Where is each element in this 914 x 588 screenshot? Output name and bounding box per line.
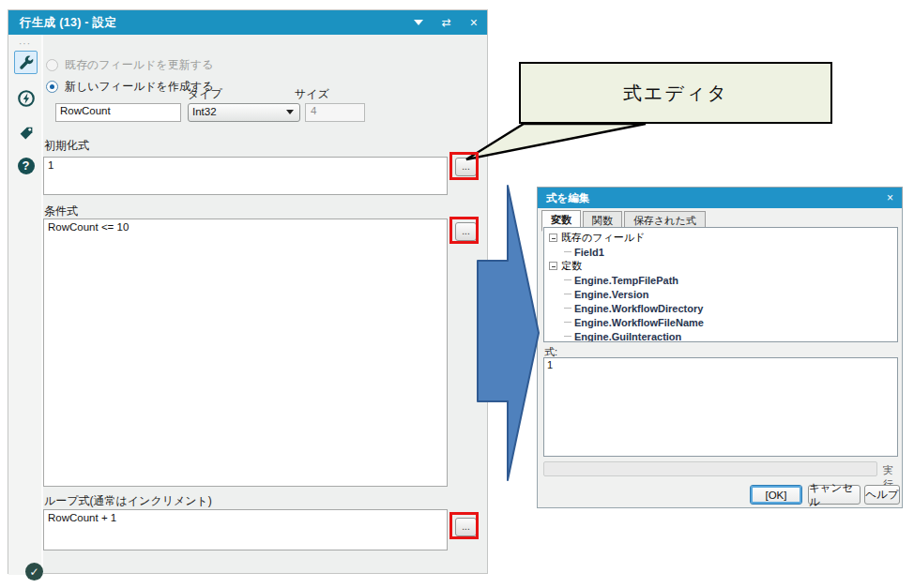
- variables-tree: 既存のフィールド Field1 定数 Engine.TempFilePath E…: [543, 227, 898, 342]
- expression-edit-dialog: 式を編集 × 変数 関数 保存された式 既存のフィールド Field1 定数: [537, 187, 903, 508]
- tree-item-engine-tempfilepath[interactable]: Engine.TempFilePath: [546, 273, 895, 287]
- tree-item-label: Engine.TempFilePath: [574, 275, 678, 286]
- dialog-title: 式を編集: [538, 191, 589, 205]
- tree-item-engine-version[interactable]: Engine.Version: [546, 287, 895, 301]
- tree-item-label: 定数: [561, 259, 582, 273]
- dialog-titlebar: 式を編集 ×: [538, 188, 902, 208]
- cancel-button[interactable]: キャンセル: [808, 485, 861, 505]
- help-button[interactable]: ヘルプ: [864, 485, 900, 505]
- config-panel: 行生成 (13) - 設定 ⇄ × ··· ?: [8, 9, 488, 574]
- grip-icon: ···: [19, 38, 31, 49]
- ok-button[interactable]: [OK]: [750, 485, 802, 505]
- highlight-box-init: [449, 152, 479, 180]
- test-result-bar: [543, 461, 877, 476]
- dropdown-arrow-icon: [286, 110, 294, 114]
- collapse-panel-icon[interactable]: [414, 20, 423, 25]
- callout-label: 式エディタ: [623, 81, 728, 106]
- tree-item-label: Engine.WorkflowFileName: [574, 317, 704, 328]
- screenshot-canvas: 行生成 (13) - 設定 ⇄ × ··· ?: [0, 0, 914, 588]
- tree-connector: [564, 279, 571, 280]
- radio-circle-icon[interactable]: [46, 59, 58, 71]
- tree-item-constants[interactable]: 定数: [546, 259, 895, 273]
- radio-circle-checked-icon[interactable]: [46, 81, 58, 93]
- condition-expression-box[interactable]: RowCount <= 10: [43, 219, 448, 487]
- configuration-wrench-icon[interactable]: [14, 51, 38, 74]
- question-mark-icon: ?: [18, 158, 35, 174]
- tree-connector: [564, 294, 571, 294]
- tree-item-engine-workflowfilename[interactable]: Engine.WorkflowFileName: [546, 315, 895, 329]
- tool-sidebar: ··· ?: [8, 35, 43, 575]
- collapse-minus-icon[interactable]: [549, 234, 557, 242]
- loop-expression-label: ループ式(通常はインクリメント): [44, 493, 212, 509]
- popout-icon[interactable]: ⇄: [442, 10, 451, 35]
- dialog-close-icon[interactable]: ×: [887, 188, 893, 208]
- tree-connector: [564, 251, 571, 252]
- tree-connector: [564, 308, 571, 309]
- type-label: タイプ: [188, 86, 222, 102]
- tree-item-label: 既存のフィールド: [561, 231, 645, 245]
- tree-connector: [564, 336, 571, 337]
- tree-item-engine-guiinteraction[interactable]: Engine.GuiInteraction: [546, 329, 895, 342]
- close-icon[interactable]: ×: [470, 10, 478, 35]
- highlight-box-condition: [449, 217, 479, 244]
- tree-connector: [564, 322, 571, 323]
- type-dropdown[interactable]: Int32: [188, 103, 300, 122]
- callout-tail: [466, 124, 646, 159]
- size-label: サイズ: [295, 86, 329, 102]
- tree-item-label: Engine.WorkflowDirectory: [574, 303, 703, 314]
- init-expression-box[interactable]: 1: [43, 157, 448, 195]
- tree-item-field1[interactable]: Field1: [546, 245, 895, 259]
- size-input: 4: [305, 103, 365, 122]
- tree-item-label: Field1: [574, 247, 604, 258]
- help-icon[interactable]: ?: [14, 154, 38, 177]
- tree-item-existing-fields[interactable]: 既存のフィールド: [546, 231, 895, 245]
- tree-item-engine-workflowdirectory[interactable]: Engine.WorkflowDirectory: [546, 301, 895, 315]
- status-ok-check-icon: ✓: [25, 563, 43, 580]
- panel-title: 行生成 (13) - 設定: [8, 15, 116, 31]
- expression-editor-callout: 式エディタ: [519, 62, 832, 124]
- tree-item-label: Engine.GuiInteraction: [574, 331, 681, 342]
- condition-expression-label: 条件式: [44, 204, 78, 219]
- radio-update-label: 既存のフィールドを更新する: [65, 57, 213, 73]
- tree-item-label: Engine.Version: [574, 289, 648, 300]
- dialog-expression-box[interactable]: 1: [543, 357, 898, 457]
- field-name-input[interactable]: RowCount: [55, 103, 181, 122]
- performance-lightning-icon[interactable]: [14, 86, 38, 110]
- collapse-minus-icon[interactable]: [549, 262, 557, 270]
- init-expression-label: 初期化式: [44, 138, 89, 154]
- config-panel-titlebar: 行生成 (13) - 設定 ⇄ ×: [8, 10, 487, 35]
- highlight-box-loop: [449, 512, 479, 539]
- loop-expression-box[interactable]: RowCount + 1: [43, 509, 448, 550]
- radio-update-existing-field[interactable]: 既存のフィールドを更新する: [46, 57, 213, 73]
- annotation-tag-icon[interactable]: [14, 121, 38, 144]
- type-dropdown-value: Int32: [192, 106, 217, 117]
